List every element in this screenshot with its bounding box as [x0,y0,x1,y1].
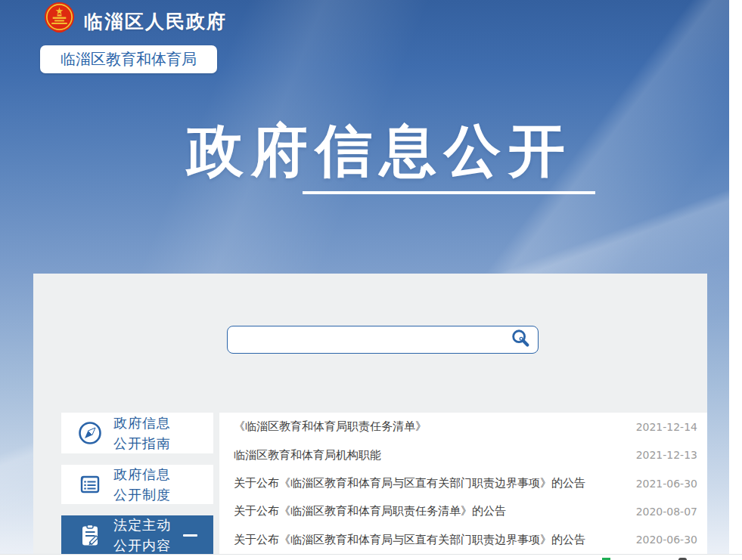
article-row[interactable]: 关于公布《临淄区教育和体育局职责任务清单》的公告 2020-08-07 [219,497,707,525]
article-date: 2020-08-07 [636,506,697,518]
sidebar-item-label: 政府信息 公开指南 [113,413,171,453]
article-date: 2020-06-30 [636,534,697,546]
article-list: 《临淄区教育和体育局职责任务清单》 2021-12-14 临淄区教育和体育局机构… [219,413,707,554]
collapse-minus-icon[interactable] [183,534,197,537]
article-row[interactable]: 关于公布《临淄区教育和体育局与区直有关部门职责边界事项》的公告 2020-06-… [219,526,707,554]
department-button[interactable]: 临淄区教育和体育局 [40,45,217,73]
search-box [227,326,539,354]
sidebar-item-guide[interactable]: 政府信息 公开指南 [61,413,213,453]
sidebar-item-label: 法定主动 公开内容 [113,515,171,555]
article-title[interactable]: 关于公布《临淄区教育和体育局职责任务清单》的公告 [234,504,506,518]
article-title[interactable]: 关于公布《临淄区教育和体育局与区直有关部门职责边界事项》的公告 [234,476,585,490]
article-date: 2021-12-14 [636,421,697,433]
search-input[interactable] [228,326,510,353]
national-emblem-icon [42,2,77,39]
search-icon [510,328,531,351]
sidebar-item-label: 政府信息 公开制度 [113,464,171,505]
article-title[interactable]: 关于公布《临淄区教育和体育局与区直有关部门职责边界事项》的公告 [234,533,585,547]
site-logo[interactable]: 临淄区人民政府 [42,2,227,39]
list-icon [76,471,104,499]
article-title[interactable]: 临淄区教育和体育局机构职能 [234,448,381,463]
compass-icon [76,419,104,447]
footer-strip [0,554,742,560]
title-underline [303,191,595,194]
clipboard-pen-icon [76,521,104,549]
sidebar-item-system[interactable]: 政府信息 公开制度 [61,465,213,504]
article-title[interactable]: 《临淄区教育和体育局职责任务清单》 [234,419,427,434]
article-date: 2021-12-13 [636,449,697,461]
article-date: 2021-06-30 [636,478,697,490]
article-row[interactable]: 《临淄区教育和体育局职责任务清单》 2021-12-14 [219,413,707,441]
search-button[interactable] [510,328,538,351]
article-row[interactable]: 关于公布《临淄区教育和体育局与区直有关部门职责边界事项》的公告 2021-06-… [219,469,707,497]
site-name: 临淄区人民政府 [84,9,227,34]
banner-title: 政府信息公开 [0,113,729,190]
sidebar-item-statutory-disclosure[interactable]: 法定主动 公开内容 [61,515,213,554]
page: 临淄区人民政府 临淄区教育和体育局 政府信息公开 [0,0,742,560]
article-row[interactable]: 临淄区教育和体育局机构职能 2021-12-13 [219,441,707,469]
